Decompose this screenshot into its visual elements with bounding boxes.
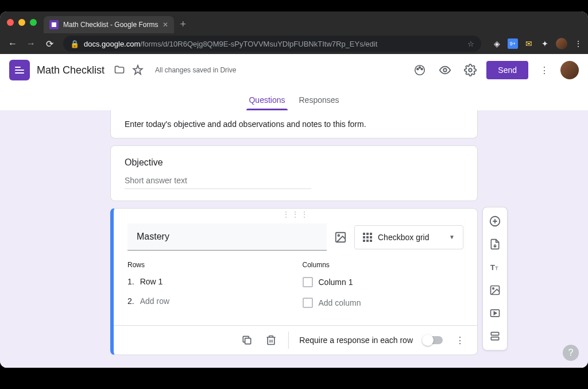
- svg-point-5: [469, 68, 473, 72]
- add-title-icon[interactable]: TT: [485, 257, 505, 278]
- add-column-item[interactable]: Add column: [303, 298, 464, 308]
- svg-point-2: [419, 67, 421, 68]
- add-image-icon[interactable]: [485, 280, 505, 301]
- svg-rect-15: [491, 332, 498, 335]
- header-tabs: Questions Responses: [0, 86, 588, 110]
- form-description-card[interactable]: Enter today's objective and add observat…: [110, 110, 478, 138]
- header-top: Math Checklist All changes saved in Driv…: [0, 54, 588, 86]
- svg-point-1: [417, 68, 419, 70]
- svg-rect-16: [491, 337, 498, 340]
- lock-icon: 🔒: [70, 40, 79, 48]
- address-bar[interactable]: 🔒 docs.google.com/forms/d/10R6Qejg8QM9E-…: [63, 36, 481, 52]
- help-button[interactable]: ?: [563, 345, 579, 361]
- extension-icon-2[interactable]: 9+: [508, 38, 518, 49]
- checkbox-icon: [303, 298, 313, 308]
- form-area: Enter today's objective and add observat…: [0, 110, 588, 368]
- drag-handle-icon[interactable]: ⋮⋮⋮: [114, 209, 477, 220]
- minimize-window-button[interactable]: [18, 19, 25, 26]
- duplicate-icon[interactable]: [240, 333, 254, 347]
- extension-icon-1[interactable]: ◈: [492, 38, 502, 49]
- column-item[interactable]: Column 1: [303, 277, 464, 287]
- svg-point-13: [493, 288, 494, 290]
- question-title-input[interactable]: Mastery: [127, 224, 327, 251]
- add-row-item[interactable]: 2. Add row: [127, 296, 289, 306]
- divider: [288, 332, 289, 349]
- checkbox-grid-icon: [363, 233, 372, 242]
- forms-favicon: [49, 20, 59, 29]
- forms-logo-icon[interactable]: [9, 60, 30, 80]
- move-to-folder-icon[interactable]: [113, 63, 126, 77]
- rows-header: Rows: [127, 261, 289, 269]
- window-controls: [7, 19, 37, 26]
- app-header: Math Checklist All changes saved in Driv…: [0, 54, 588, 110]
- svg-text:T: T: [495, 265, 498, 271]
- svg-point-3: [421, 68, 423, 70]
- question-card-mastery[interactable]: ⋮⋮⋮ Mastery Checkbox grid: [110, 208, 478, 355]
- question-footer: Require a response in each row ⋮: [114, 325, 477, 355]
- tab-responses[interactable]: Responses: [292, 95, 346, 110]
- extension-icons: ◈ 9+ ✉ ✦ ⋮: [492, 38, 583, 49]
- question-card-objective[interactable]: Objective Short answer text: [110, 145, 478, 201]
- delete-icon[interactable]: [264, 333, 278, 347]
- tab-title: Math Checklist - Google Forms: [63, 21, 158, 29]
- customize-theme-icon[interactable]: [413, 63, 427, 77]
- extension-icon-3[interactable]: ✉: [524, 38, 534, 49]
- profile-avatar-small[interactable]: [556, 38, 567, 49]
- back-button[interactable]: ←: [5, 36, 21, 52]
- new-tab-button[interactable]: +: [180, 18, 186, 30]
- grid-columns: Rows 1. Row 1 2. Add row: [127, 261, 463, 318]
- dropdown-arrow-icon: ▼: [449, 234, 455, 240]
- import-questions-icon[interactable]: [485, 234, 505, 255]
- row-item[interactable]: 1. Row 1: [127, 277, 289, 286]
- more-menu-icon[interactable]: ⋮: [537, 63, 551, 77]
- browser-menu-icon[interactable]: ⋮: [573, 38, 583, 49]
- extensions-menu-icon[interactable]: ✦: [540, 38, 550, 49]
- svg-point-7: [338, 234, 339, 236]
- require-label: Require a response in each row: [299, 336, 413, 345]
- type-label: Checkbox grid: [378, 233, 430, 242]
- star-icon[interactable]: [131, 63, 145, 77]
- rows-column: Rows 1. Row 1 2. Add row: [127, 261, 289, 318]
- save-status: All changes saved in Drive: [155, 66, 236, 74]
- app-content: Math Checklist All changes saved in Driv…: [0, 54, 588, 368]
- add-video-icon[interactable]: [485, 303, 505, 323]
- reload-button[interactable]: ⟳: [41, 36, 57, 52]
- question-title: Objective: [125, 157, 463, 168]
- add-section-icon[interactable]: [485, 326, 505, 346]
- address-bar-row: ← → ⟳ 🔒 docs.google.com/forms/d/10R6Qejg…: [0, 33, 588, 54]
- document-title[interactable]: Math Checklist: [37, 64, 105, 76]
- browser-window: Math Checklist - Google Forms ✕ + ← → ⟳ …: [0, 11, 588, 368]
- browser-tab[interactable]: Math Checklist - Google Forms ✕: [44, 16, 174, 33]
- forward-button[interactable]: →: [23, 36, 39, 52]
- short-answer-placeholder: Short answer text: [125, 176, 311, 189]
- maximize-window-button[interactable]: [30, 19, 37, 26]
- header-right: Send ⋮: [411, 61, 579, 79]
- require-toggle[interactable]: [423, 336, 443, 344]
- account-avatar[interactable]: [560, 61, 579, 79]
- add-image-icon[interactable]: [334, 230, 347, 244]
- question-header-row: Mastery Checkbox grid ▼: [127, 224, 463, 251]
- form-center: Enter today's objective and add observat…: [110, 110, 478, 355]
- close-window-button[interactable]: [7, 19, 14, 26]
- checkbox-icon: [303, 277, 313, 287]
- close-tab-icon[interactable]: ✕: [163, 21, 168, 29]
- form-description-text: Enter today's objective and add observat…: [125, 120, 366, 129]
- floating-toolbar: TT: [482, 207, 508, 351]
- preview-icon[interactable]: [438, 63, 452, 77]
- add-question-icon[interactable]: [485, 211, 505, 232]
- url-text: docs.google.com/forms/d/10R6Qejg8QM9E-sP…: [84, 40, 377, 48]
- svg-point-4: [444, 68, 447, 72]
- question-more-icon[interactable]: ⋮: [453, 333, 467, 347]
- question-type-select[interactable]: Checkbox grid ▼: [354, 225, 463, 249]
- title-bar: Math Checklist - Google Forms ✕ +: [0, 11, 588, 33]
- svg-text:T: T: [490, 263, 495, 272]
- send-button[interactable]: Send: [486, 61, 528, 79]
- columns-header: Columns: [303, 261, 464, 269]
- svg-rect-8: [245, 338, 251, 344]
- settings-icon[interactable]: [463, 63, 477, 77]
- tab-questions[interactable]: Questions: [242, 95, 292, 110]
- bookmark-star-icon[interactable]: ☆: [467, 40, 474, 48]
- columns-column: Columns Column 1 Add column: [303, 261, 464, 318]
